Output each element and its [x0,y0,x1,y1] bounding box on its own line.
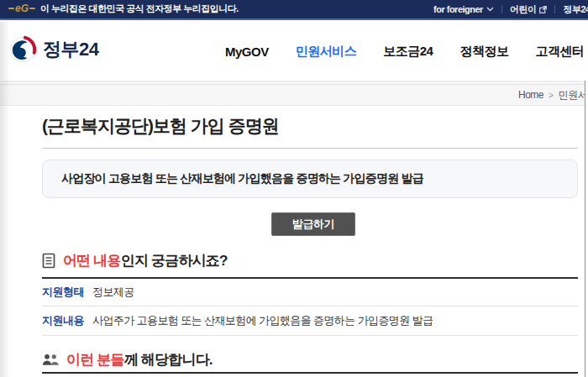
official-site-notice: 이 누리집은 대한민국 공식 전자정부 누리집입니다. [40,3,239,15]
scrollbar-edge[interactable] [585,81,588,377]
for-foreigner-link[interactable]: for foreigner [433,4,494,14]
content-section-heading: 어떤 내용인지 궁금하시죠? [42,250,228,270]
content-title-rest: 인지 궁금하시죠? [121,253,228,269]
breadcrumb: Home > 민원서비스 [518,85,588,105]
title-divider [42,148,578,149]
nav-civil-services[interactable]: 민원서비스 [296,44,357,60]
section-rule [42,372,578,374]
government-topbar: eG 이 누리집은 대한민국 공식 전자정부 누리집입니다. for forei… [0,0,588,20]
main-nav: MyGOV 민원서비스 보조금24 정책정보 고객센터 [225,22,584,81]
issue-certificate-button[interactable]: 발급하기 [271,212,355,236]
page-title: (근로복지공단)보험 가입 증명원 [42,114,279,138]
gov24-page: eG 이 누리집은 대한민국 공식 전자정부 누리집입니다. for forei… [0,0,588,377]
info-row-support-content: 지원내용 사업주가 고용보험 또는 산재보험에 가입했음을 증명하는 가입증명원… [42,306,578,336]
breadcrumb-separator: > [549,91,554,100]
info-value: 정보제공 [92,285,134,300]
topbar-divider [501,5,502,13]
kids-link[interactable]: 어린이 [510,3,548,16]
people-icon [42,353,59,366]
topbar-links: for foreigner 어린이 정부24소개 [433,0,588,18]
content-title-highlight: 어떤 내용 [63,253,121,269]
egov-logo-icon: eG [8,3,35,14]
topbar-divider [554,5,555,13]
audience-title-rest: 께 해당합니다. [124,352,213,368]
audience-title-highlight: 이런 분들 [66,352,124,368]
service-summary-text: 사업장이 고용보험 또는 산재보험에 가입했음을 증명하는 가입증명원 발급 [61,171,423,186]
info-label: 지원내용 [42,313,84,328]
info-value: 사업주가 고용보험 또는 산재보험에 가입했음을 증명하는 가입증명원 발급 [92,313,433,328]
site-header: 정부24 MyGOV 민원서비스 보조금24 정책정보 고객센터 [0,22,588,81]
breadcrumb-band: Home > 민원서비스 [0,84,588,106]
nav-subsidy24[interactable]: 보조금24 [383,44,433,60]
nav-customer-center[interactable]: 고객센터 [535,44,584,60]
topbar-left: eG 이 누리집은 대한민국 공식 전자정부 누리집입니다. [8,3,239,15]
gov24-logo[interactable]: 정부24 [8,35,98,64]
chevron-down-icon [486,7,494,12]
taegeuk-icon [8,35,37,64]
external-link-icon [539,6,547,13]
info-row-support-type: 지원형태 정보제공 [42,279,578,306]
breadcrumb-home[interactable]: Home [518,89,543,101]
logo-text: 정부24 [43,37,98,62]
nav-policy-info[interactable]: 정책정보 [459,44,508,60]
info-label: 지원형태 [42,285,84,300]
service-summary-box: 사업장이 고용보험 또는 산재보험에 가입했음을 증명하는 가입증명원 발급 [42,160,578,198]
nav-mygov[interactable]: MyGOV [225,45,269,59]
document-icon [42,253,55,269]
breadcrumb-current[interactable]: 민원서비스 [559,88,588,102]
content-section-title: 어떤 내용인지 궁금하시죠? [63,251,228,270]
about-gov24-link[interactable]: 정부24소개 [563,3,588,16]
audience-section-title: 이런 분들께 해당합니다. [66,350,213,369]
audience-section-heading: 이런 분들께 해당합니다. [42,349,213,369]
